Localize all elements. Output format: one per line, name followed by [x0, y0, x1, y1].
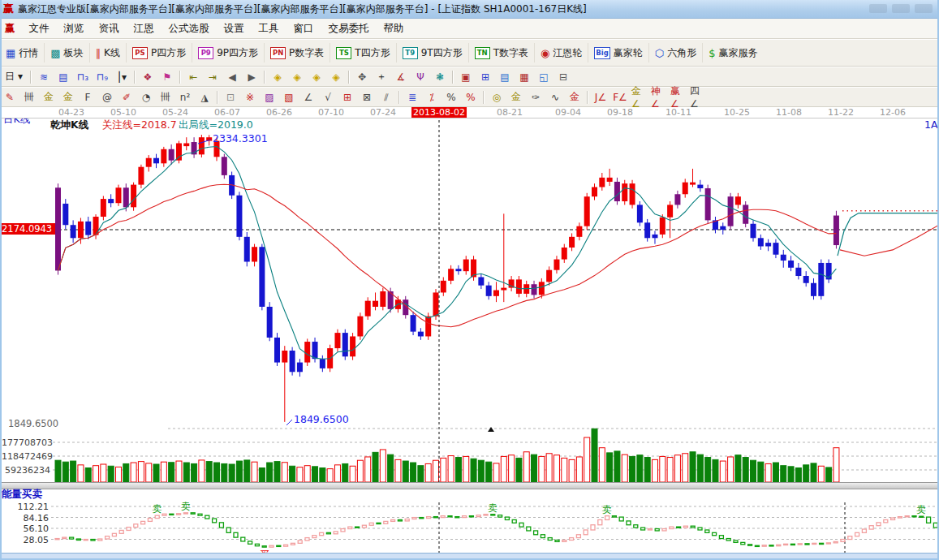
minimize-button[interactable]	[869, 4, 887, 13]
diamond-right-icon[interactable]: ◈	[288, 68, 306, 85]
time-comb-icon[interactable]: 卌	[20, 88, 38, 106]
bars-9-icon[interactable]: ⊓₉	[93, 68, 111, 85]
export-disk-icon[interactable]: ◱	[535, 68, 553, 85]
si-angle-icon[interactable]: 四∠	[689, 88, 707, 106]
notes-icon[interactable]: ▤	[496, 68, 514, 85]
market-quotes-button[interactable]: ▦行情	[0, 43, 44, 62]
gann-wheel-button[interactable]: ◉江恩轮	[534, 43, 588, 62]
winner-service-button[interactable]: $赢家服务	[702, 43, 763, 62]
gold-comb2-icon[interactable]: 金	[59, 88, 77, 106]
j-angle-icon[interactable]: J∠	[592, 88, 609, 106]
diamond-expand-icon[interactable]: ◈	[308, 68, 325, 85]
brush-red-icon[interactable]: ✎	[1, 88, 19, 106]
gold-lines-icon[interactable]: 金	[507, 88, 525, 106]
gold-angle-icon[interactable]: 金∠	[631, 88, 648, 106]
comb2-icon[interactable]: 卌	[157, 88, 174, 106]
gold-marker-icon[interactable]: ✑	[527, 88, 545, 106]
last-page-button[interactable]: ⇥	[204, 68, 222, 85]
bottom-scrollbar-strip[interactable]	[0, 553, 939, 560]
gold-comb-icon[interactable]: 金	[40, 88, 58, 106]
ps-box-icon: PS	[132, 47, 148, 59]
t-number-table-button[interactable]: TNT数字表	[468, 43, 534, 62]
volume-bar	[644, 458, 650, 482]
box-measure-icon[interactable]: ⊡	[222, 88, 239, 106]
menu-item-8[interactable]: 交易委托	[321, 19, 377, 38]
prev-button[interactable]: ◀	[223, 68, 241, 85]
calendar-icon[interactable]: ▣	[457, 68, 475, 85]
hexagon-button[interactable]: ⬡六角形	[648, 43, 702, 62]
menu-item-3[interactable]: 江恩	[127, 19, 162, 38]
maximize-button[interactable]	[892, 4, 910, 13]
win-angle-icon[interactable]: 赢∠	[670, 88, 687, 106]
t-square-button[interactable]: TST四方形	[330, 43, 395, 62]
diamond-left-icon[interactable]: ◈	[269, 68, 286, 85]
wave-check-icon[interactable]: √	[319, 88, 337, 106]
percent-retrace-icon[interactable]: ⁒	[423, 88, 441, 106]
volume-bar	[795, 468, 801, 482]
trend-angle-icon[interactable]: ∠	[299, 88, 317, 106]
shen-angle-icon[interactable]: 神∠	[650, 88, 668, 106]
fan-purple-icon[interactable]: ▨	[261, 88, 278, 106]
winner-wheel-button[interactable]: Big赢家轮	[588, 43, 648, 62]
first-page-button[interactable]: ⇤	[184, 68, 202, 85]
volume-bar	[380, 450, 386, 482]
percent-line-icon[interactable]: %	[462, 88, 480, 106]
cycle-clock-icon[interactable]: ◔	[137, 88, 155, 106]
grid-box-icon[interactable]: ⊠	[358, 88, 376, 106]
candle	[592, 187, 597, 197]
crosshair-icon[interactable]: ＋	[373, 68, 390, 85]
p-square-button[interactable]: PSP四方形	[126, 43, 192, 62]
menu-item-9[interactable]: 帮助	[377, 19, 411, 38]
n-square-icon[interactable]: n²	[176, 88, 194, 106]
menu-item-7[interactable]: 窗口	[286, 19, 321, 38]
fan-grid-icon[interactable]: ▧	[280, 88, 298, 106]
volume-flag-icon[interactable]: ⚑	[158, 68, 176, 85]
brush2-icon[interactable]: ✐	[118, 88, 136, 106]
grid-red-icon[interactable]: ⊞	[338, 88, 356, 106]
menu-item-0[interactable]: 文件	[22, 19, 57, 38]
volume-bar	[274, 462, 280, 482]
wave-tool-icon[interactable]: ∿	[546, 88, 564, 106]
calculator-icon[interactable]: ⊞	[476, 68, 494, 85]
candle	[244, 237, 250, 262]
fan-red-icon[interactable]: ※	[241, 88, 259, 106]
pan-hand-icon[interactable]: ✥	[353, 68, 371, 85]
close-button[interactable]	[915, 4, 933, 13]
save-disk-icon[interactable]: ▦	[515, 68, 533, 85]
menu-item-2[interactable]: 资讯	[92, 19, 127, 38]
spiral-icon[interactable]: @	[98, 88, 116, 106]
parallel-lines-icon[interactable]: ⫽	[377, 88, 395, 106]
gann-tool-icon[interactable]: Ψ	[411, 68, 429, 85]
fib-comb-icon[interactable]: F	[79, 88, 97, 106]
menu-item-5[interactable]: 设置	[217, 19, 252, 38]
overlay-curves-icon[interactable]: ≋	[35, 68, 53, 85]
angle-ruler-icon[interactable]: ◮	[196, 88, 213, 106]
diamond-full-icon[interactable]: ◈	[327, 68, 345, 85]
p-number-table-button[interactable]: PNP数字表	[264, 43, 330, 62]
volume-bar	[667, 458, 673, 482]
angle-measure-icon[interactable]: ∡	[392, 68, 410, 85]
volume-bar	[607, 453, 613, 482]
menu-item-4[interactable]: 公式选股	[162, 19, 217, 38]
percent-icon[interactable]: %	[442, 88, 460, 106]
price-levels-icon[interactable]: ≣	[403, 88, 421, 106]
f-angle-icon[interactable]: F∠	[611, 88, 629, 106]
9t-square-button[interactable]: T99T四方形	[396, 43, 468, 62]
9p-square-button[interactable]: P99P四方形	[192, 43, 264, 62]
pane-divider[interactable]	[0, 482, 939, 489]
single-candle-dropdown[interactable]: ⎮▾	[113, 68, 131, 85]
info-document-icon[interactable]: ▤	[54, 68, 72, 85]
period-day-dropdown[interactable]: 日 ▾	[1, 68, 27, 85]
ai-analysis-icon[interactable]: ❃	[431, 68, 449, 85]
menu-item-6[interactable]: 工具	[252, 19, 286, 38]
pattern-stamp-icon[interactable]: ❖	[139, 68, 157, 85]
gold-circle-icon[interactable]: ◎	[488, 88, 506, 106]
menu-item-1[interactable]: 浏览	[57, 19, 92, 38]
kline-button[interactable]: ∥K线	[89, 43, 126, 62]
bars-3-icon[interactable]: ⊓₃	[74, 68, 92, 85]
sectors-button[interactable]: ▩板块	[44, 43, 88, 62]
chart-canvas[interactable]: 卖卖卖卖卖买	[0, 118, 939, 560]
next-button[interactable]: ▶	[243, 68, 261, 85]
workstation-icon[interactable]: ⊟	[554, 68, 572, 85]
gold-red-icon[interactable]: 金	[566, 88, 584, 106]
